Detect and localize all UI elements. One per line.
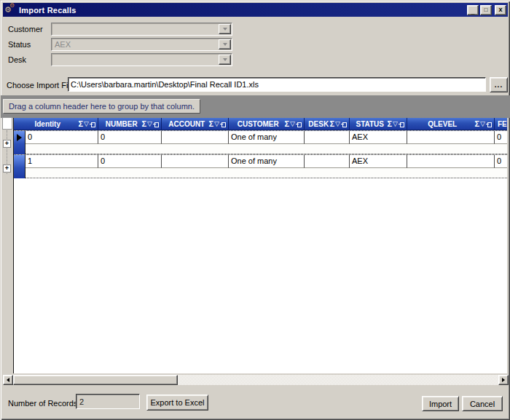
import-file-input[interactable] <box>68 77 486 92</box>
pin-icon[interactable] <box>486 122 492 127</box>
group-by-band[interactable]: Drag a column header here to group by th… <box>1 95 510 118</box>
scrollbar-track[interactable] <box>178 375 498 385</box>
sum-icon[interactable]: Σ <box>208 120 213 128</box>
status-combobox[interactable]: AEX <box>51 38 232 51</box>
row-selector[interactable] <box>14 131 26 154</box>
cell-fei[interactable]: 0 <box>495 131 507 144</box>
table-row[interactable]: 10One of manyAEX0 <box>26 155 507 168</box>
column-header-customer[interactable]: CUSTOMERΣ▽ <box>229 118 305 130</box>
close-button[interactable]: x <box>495 5 506 15</box>
gears-icon: ⚙⚙ <box>4 4 16 15</box>
scroll-right-button[interactable] <box>498 375 509 385</box>
filter-icon[interactable]: ▽ <box>147 121 152 127</box>
cell-customer[interactable]: One of many <box>229 155 305 168</box>
scrollbar-thumb[interactable] <box>13 375 178 385</box>
column-header-label: NUMBER <box>98 120 141 128</box>
pin-icon[interactable] <box>399 122 404 127</box>
column-header-number[interactable]: NUMBERΣ▽ <box>98 118 162 130</box>
column-header-desk[interactable]: DESKΣ▽ <box>305 118 350 130</box>
cell-qlevel[interactable] <box>407 155 495 168</box>
table-row-group: 00One of manyAEX0 <box>14 130 507 154</box>
status-value: AEX <box>52 40 219 49</box>
column-header-qlevel[interactable]: QLEVELΣ▽ <box>407 118 495 130</box>
pin-icon[interactable] <box>153 122 159 127</box>
window-title: Import Recalls <box>19 6 76 15</box>
filter-icon[interactable]: ▽ <box>290 121 295 127</box>
pin-icon[interactable] <box>296 122 302 127</box>
desk-combobox[interactable] <box>51 53 232 66</box>
row-selector[interactable] <box>14 155 26 178</box>
table-row[interactable]: 00One of manyAEX0 <box>26 131 507 144</box>
sum-icon[interactable]: Σ <box>329 120 334 128</box>
column-header-label: QLEVEL <box>407 120 474 128</box>
column-header-identity[interactable]: IdentityΣ▽ <box>14 118 98 130</box>
cell-number[interactable]: 0 <box>98 155 162 168</box>
scroll-left-button[interactable] <box>3 375 13 385</box>
status-label: Status <box>8 40 31 49</box>
customer-label: Customer <box>8 25 43 33</box>
customer-dropdown-button[interactable] <box>219 24 231 34</box>
group-by-hint: Drag a column header here to group by th… <box>3 99 200 114</box>
browse-button[interactable]: ... <box>490 77 508 92</box>
maximize-button[interactable]: □ <box>480 5 492 15</box>
cancel-button[interactable]: Cancel <box>462 396 503 411</box>
cell-desk[interactable] <box>305 131 350 144</box>
sum-icon[interactable]: Σ <box>141 120 146 128</box>
filter-icon[interactable]: ▽ <box>214 121 219 127</box>
filter-icon[interactable]: ▽ <box>393 121 398 127</box>
sum-icon[interactable]: Σ <box>387 120 392 128</box>
export-to-excel-button[interactable]: Export to Excel <box>146 395 208 411</box>
column-header-status[interactable]: STATUSΣ▽ <box>350 118 407 130</box>
table-row-group: 10One of manyAEX0 <box>14 154 507 178</box>
column-header-label: STATUS <box>350 120 387 128</box>
filter-icon[interactable]: ▽ <box>335 121 340 127</box>
cell-account[interactable] <box>162 155 229 168</box>
cell-number[interactable]: 0 <box>98 131 162 144</box>
column-header-label: Identity <box>14 120 78 128</box>
cell-account[interactable] <box>162 131 229 144</box>
cell-identity[interactable]: 1 <box>26 155 98 168</box>
column-header-account[interactable]: ACCOUNTΣ▽ <box>162 118 229 130</box>
column-header-fei[interactable]: FEIΣ▽ <box>495 118 507 130</box>
filter-icon[interactable]: ▽ <box>480 121 485 127</box>
customer-combobox[interactable] <box>51 23 232 36</box>
expand-row-button[interactable]: + <box>3 165 11 173</box>
pin-icon[interactable] <box>341 122 347 127</box>
cell-status[interactable]: AEX <box>350 131 407 144</box>
sum-icon[interactable]: Σ <box>284 120 289 128</box>
cell-customer[interactable]: One of many <box>229 131 305 144</box>
cell-identity[interactable]: 0 <box>26 131 98 144</box>
status-dropdown-button[interactable] <box>219 39 231 49</box>
choose-import-file-label: Choose Import File <box>7 81 74 90</box>
arrow-left-icon <box>7 378 9 382</box>
grid-header: IdentityΣ▽NUMBERΣ▽ACCOUNTΣ▽CUSTOMERΣ▽DES… <box>14 118 507 130</box>
import-recalls-dialog: ⚙⚙ Import Recalls _ □ x Customer Status … <box>0 0 510 420</box>
active-row-icon <box>17 134 22 141</box>
number-of-records-label: Number of Records <box>8 399 77 408</box>
pin-icon[interactable] <box>220 122 226 127</box>
grid-corner-cell <box>2 117 12 130</box>
desk-label: Desk <box>8 55 26 64</box>
records-grid[interactable]: IdentityΣ▽NUMBERΣ▽ACCOUNTΣ▽CUSTOMERΣ▽DES… <box>13 118 507 373</box>
column-header-label: ACCOUNT <box>162 120 208 128</box>
cell-fei[interactable]: 0 <box>495 155 507 168</box>
cell-qlevel[interactable] <box>407 131 495 144</box>
horizontal-scrollbar[interactable] <box>3 375 509 385</box>
grid-body: 00One of manyAEX010One of manyAEX0 <box>14 130 507 178</box>
cell-status[interactable]: AEX <box>350 155 407 168</box>
title-bar[interactable]: ⚙⚙ Import Recalls _ □ x <box>3 3 508 17</box>
cell-desk[interactable] <box>305 155 350 168</box>
filter-icon[interactable]: ▽ <box>84 121 89 127</box>
expand-row-button[interactable]: + <box>3 140 11 148</box>
chevron-down-icon <box>223 43 227 46</box>
sum-icon[interactable]: Σ <box>474 120 479 128</box>
desk-dropdown-button[interactable] <box>219 55 231 65</box>
column-header-label: CUSTOMER <box>229 120 284 128</box>
child-band-strip <box>26 168 507 178</box>
chevron-down-icon <box>223 58 227 61</box>
minimize-button[interactable]: _ <box>467 5 479 15</box>
import-button[interactable]: Import <box>422 396 459 411</box>
pin-icon[interactable] <box>90 122 95 127</box>
sum-icon[interactable]: Σ <box>78 120 83 128</box>
child-band-strip <box>26 144 507 154</box>
